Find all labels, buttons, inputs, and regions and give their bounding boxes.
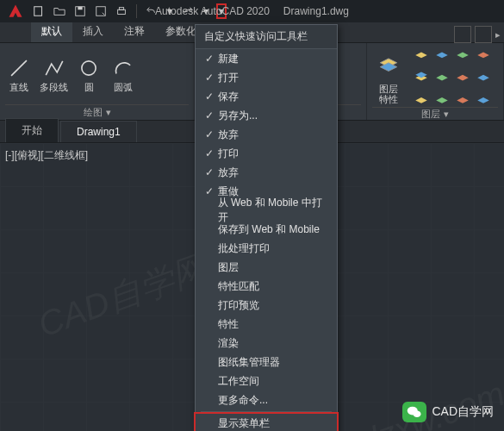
panel-expand-icon: ▾: [444, 109, 449, 120]
menu-item-13[interactable]: 打印预览: [196, 296, 337, 315]
menu-item-label: 打印: [218, 147, 239, 161]
menu-item-19[interactable]: 显示菜单栏: [196, 414, 337, 431]
menu-item-4[interactable]: ✓放弃: [196, 125, 337, 144]
layer-sm-2[interactable]: [432, 47, 451, 66]
menu-item-label: 放弃: [218, 128, 239, 142]
svg-rect-5: [119, 8, 123, 10]
layer-sm-4[interactable]: [474, 47, 493, 66]
layer-sm-6[interactable]: [432, 67, 451, 86]
menu-item-12[interactable]: 特性匹配: [196, 277, 337, 296]
menu-item-label: 工作空间: [218, 374, 259, 389]
check-icon: ✓: [201, 185, 218, 197]
menu-item-label: 显示菜单栏: [218, 416, 270, 431]
chevron-right-icon[interactable]: ▸: [495, 29, 501, 41]
tab-annotate[interactable]: 注释: [114, 21, 155, 42]
menu-item-0[interactable]: ✓新建: [196, 49, 337, 68]
menu-item-label: 图层: [218, 260, 239, 275]
layer-sm-5[interactable]: [412, 67, 431, 86]
menu-item-15[interactable]: 渲染: [196, 334, 337, 353]
tab-insert[interactable]: 插入: [72, 21, 114, 42]
saveas-icon[interactable]: [93, 3, 109, 19]
menu-item-label: 保存到 Web 和 Mobile: [218, 222, 320, 237]
viewport-label[interactable]: [-][俯视][二维线框]: [5, 148, 88, 163]
polyline-tool[interactable]: 多段线: [40, 57, 68, 94]
layer-panel-title[interactable]: 图层 ▾: [372, 107, 498, 121]
check-icon: ✓: [201, 147, 218, 159]
check-icon: ✓: [201, 53, 218, 65]
draw-panel: 直线 多段线 圆 圆弧 绘图 ▾: [0, 43, 195, 120]
ribbon-control-1[interactable]: [454, 26, 471, 43]
menu-header: 自定义快速访问工具栏: [196, 25, 337, 49]
layer-properties-label: 图层 特性: [379, 84, 398, 104]
svg-rect-2: [78, 7, 82, 10]
open-icon[interactable]: [52, 3, 67, 19]
layer-sm-1[interactable]: [412, 47, 431, 66]
menu-item-label: 渲染: [218, 336, 239, 351]
menu-item-8[interactable]: 从 Web 和 Mobile 中打开: [196, 201, 337, 220]
circle-tool[interactable]: 圆: [75, 57, 103, 94]
check-icon: ✓: [201, 109, 218, 122]
menu-item-2[interactable]: ✓保存: [196, 87, 337, 106]
line-label: 直线: [9, 81, 28, 94]
print-icon[interactable]: [114, 3, 129, 19]
layer-tools-grid: [412, 47, 493, 107]
panel-expand-icon: ▾: [106, 107, 111, 118]
layer-panel: 图层 特性 图层 ▾: [367, 43, 504, 120]
doc-tab-start[interactable]: 开始: [5, 118, 59, 142]
tab-default[interactable]: 默认: [31, 21, 72, 42]
menu-item-16[interactable]: 图纸集管理器: [196, 353, 337, 372]
layer-sm-12[interactable]: [474, 88, 493, 107]
ribbon-control-2[interactable]: [475, 26, 492, 43]
svg-point-9: [414, 411, 421, 418]
menu-item-label: 打开: [218, 71, 239, 85]
menu-item-label: 保存: [218, 90, 239, 104]
menu-item-label: 更多命令...: [218, 393, 268, 408]
check-icon: ✓: [201, 72, 218, 84]
svg-point-7: [82, 61, 96, 75]
layer-sm-7[interactable]: [453, 67, 472, 86]
save-icon[interactable]: [72, 3, 88, 19]
check-icon: ✓: [201, 166, 218, 178]
layer-sm-3[interactable]: [453, 47, 472, 66]
ribbon-right-controls: ▸: [454, 26, 501, 43]
wechat-branding: CAD自学网: [402, 402, 494, 422]
menu-item-10[interactable]: 批处理打印: [196, 239, 337, 258]
wechat-icon: [402, 402, 426, 422]
menu-item-label: 另存为...: [218, 109, 258, 123]
menu-item-6[interactable]: ✓放弃: [196, 163, 337, 182]
menu-item-9[interactable]: 保存到 Web 和 Mobile: [196, 220, 337, 239]
wechat-label: CAD自学网: [432, 404, 494, 420]
polyline-label: 多段线: [40, 81, 68, 94]
layer-properties-tool[interactable]: 图层 特性: [372, 49, 405, 104]
doc-tab-drawing1[interactable]: Drawing1: [60, 121, 137, 142]
menu-item-11[interactable]: 图层: [196, 258, 337, 277]
menu-item-1[interactable]: ✓打开: [196, 68, 337, 87]
svg-rect-0: [34, 7, 42, 16]
menu-item-5[interactable]: ✓打印: [196, 144, 337, 163]
layer-sm-8[interactable]: [474, 67, 493, 86]
menu-item-label: 从 Web 和 Mobile 中打开: [218, 196, 330, 225]
menu-item-label: 特性匹配: [218, 279, 259, 294]
app-logo-icon: [3, 1, 28, 22]
menu-item-17[interactable]: 工作空间: [196, 372, 337, 390]
arc-tool[interactable]: 圆弧: [109, 57, 137, 94]
circle-label: 圆: [84, 81, 94, 94]
layer-sm-10[interactable]: [432, 88, 451, 107]
menu-item-14[interactable]: 特性: [196, 315, 337, 334]
check-icon: ✓: [201, 128, 218, 141]
menu-item-label: 打印预览: [218, 298, 259, 313]
layer-sm-11[interactable]: [453, 88, 472, 107]
window-title: Autodesk AutoCAD 2020 Drawing1.dwg: [155, 5, 349, 17]
qat-separator: [136, 4, 137, 18]
svg-rect-4: [118, 9, 126, 14]
menu-item-3[interactable]: ✓另存为...: [196, 106, 337, 125]
menu-item-label: 批处理打印: [218, 241, 270, 256]
title-bar: ▾ ▾ ▾ Autodesk AutoCAD 2020 Drawing1.dwg: [0, 0, 504, 22]
menu-item-18[interactable]: 更多命令...: [196, 390, 337, 409]
menu-item-label: 放弃: [218, 166, 239, 180]
menu-item-label: 图纸集管理器: [218, 355, 280, 370]
layer-sm-9[interactable]: [412, 88, 431, 107]
line-tool[interactable]: 直线: [5, 57, 33, 94]
document-name: Drawing1.dwg: [283, 5, 349, 17]
new-icon[interactable]: [31, 3, 47, 19]
